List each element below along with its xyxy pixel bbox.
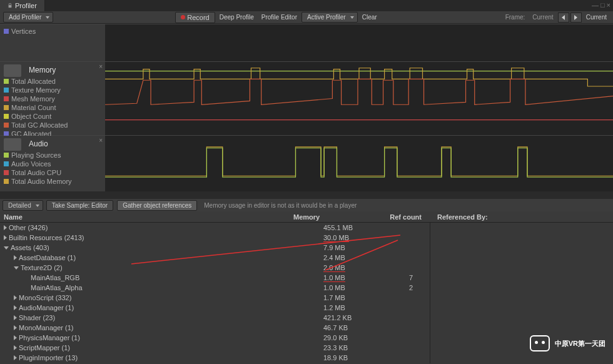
tree-row[interactable]: Shader (23)421.2 KB: [0, 313, 430, 323]
expand-icon[interactable]: [14, 266, 19, 270]
graph-top[interactable]: [105, 24, 613, 61]
swatch-icon: [4, 170, 9, 175]
legend-item: Vertices: [4, 27, 101, 36]
audio-chart: [105, 136, 613, 191]
tree-row[interactable]: PluginImporter (13)18.9 KB: [0, 353, 430, 363]
swatch-icon: [4, 153, 9, 158]
legend-item[interactable]: Texture Memory: [4, 86, 101, 94]
tree-leaf-icon: [24, 275, 29, 280]
expand-icon[interactable]: [4, 246, 9, 250]
memory-value: 1.7 MB: [323, 294, 392, 301]
tree-row[interactable]: ScriptMapper (1)23.3 KB: [0, 343, 430, 353]
legend-item[interactable]: Total Audio CPU: [4, 168, 101, 177]
close-icon[interactable]: ×: [99, 63, 103, 70]
tree-label: ScriptMapper (1): [19, 344, 70, 351]
tree-row[interactable]: Texture2D (2)2.0 MB: [0, 263, 430, 273]
expand-icon[interactable]: [14, 335, 17, 340]
window-controls[interactable]: —□×: [592, 1, 610, 9]
tree-label: Other (3426): [9, 224, 48, 231]
add-profiler-button[interactable]: Add Profiler: [3, 12, 53, 23]
memory-value: 30.0 MB: [323, 234, 392, 241]
graph-region: Vertices × Memory Total AllocatedTexture…: [0, 24, 613, 199]
legend-item[interactable]: Material Count: [4, 103, 101, 112]
column-headers: Name Memory Ref count Referenced By:: [0, 211, 613, 223]
tree-label: AudioManager (1): [19, 304, 74, 311]
main-toolbar: Add Profiler Record Deep Profile Profile…: [0, 11, 613, 24]
tree-leaf-icon: [24, 285, 29, 290]
tree-row[interactable]: AudioManager (1)1.2 MB: [0, 303, 430, 313]
tree-row[interactable]: AssetDatabase (1)2.4 MB: [0, 253, 430, 263]
expand-icon[interactable]: [14, 355, 17, 360]
tree-row[interactable]: PlayerSettings (1)14.2 KB: [0, 363, 430, 363]
tree-label: Builtin Resources (2413): [9, 234, 84, 241]
record-button[interactable]: Record: [175, 12, 215, 23]
swatch-icon: [4, 96, 9, 101]
expand-icon[interactable]: [4, 235, 7, 240]
module-memory: × Memory Total AllocatedTexture MemoryMe…: [0, 61, 613, 135]
swatch-icon: [4, 79, 9, 84]
gather-refs-button[interactable]: Gather object references: [117, 200, 197, 211]
memory-value: 2.4 MB: [323, 254, 392, 261]
editor-note: Memory usage in editor is not as it woul…: [200, 202, 360, 209]
tree-row[interactable]: MonoScript (332)1.7 MB: [0, 293, 430, 303]
frame-value: Current: [529, 14, 557, 21]
tree-row[interactable]: MonoManager (1)46.7 KB: [0, 323, 430, 333]
legend-item[interactable]: Mesh Memory: [4, 94, 101, 103]
legend-item[interactable]: Total Audio Memory: [4, 177, 101, 186]
swatch-icon: [4, 29, 9, 34]
expand-icon[interactable]: [14, 325, 17, 330]
expand-icon[interactable]: [14, 315, 17, 320]
expand-icon[interactable]: [4, 225, 7, 230]
tree-row[interactable]: MainAtlas_RGB1.0 MB7: [0, 273, 430, 283]
expand-icon[interactable]: [14, 255, 17, 260]
header-refby: Referenced By:: [422, 213, 488, 221]
take-sample-button[interactable]: Take Sample: Editor: [46, 200, 114, 211]
deep-profile-button[interactable]: Deep Profile: [216, 13, 258, 22]
tree-row[interactable]: MainAtlas_Alpha1.0 MB2: [0, 283, 430, 293]
memory-value: 46.7 KB: [323, 324, 392, 331]
tree-row[interactable]: Other (3426)455.1 MB: [0, 223, 430, 233]
legend-item[interactable]: Object Count: [4, 112, 101, 121]
module-audio-label[interactable]: × Audio Playing SourcesAudio VoicesTotal…: [0, 136, 105, 191]
tree-view[interactable]: Other (3426)455.1 MBBuiltin Resources (2…: [0, 223, 430, 363]
mode-dropdown[interactable]: Detailed: [3, 200, 43, 211]
module-memory-label[interactable]: × Memory Total AllocatedTexture MemoryMe…: [0, 62, 105, 135]
memory-value: 23.3 KB: [323, 344, 392, 351]
header-memory[interactable]: Memory: [293, 213, 362, 221]
legend-item[interactable]: Audio Voices: [4, 159, 101, 168]
tab-label: Profiler: [15, 2, 37, 9]
legend-item[interactable]: Total Allocated: [4, 77, 101, 86]
frame-label: Frame:: [502, 14, 529, 21]
expand-icon[interactable]: [14, 305, 17, 310]
active-profiler-button[interactable]: Active Profiler: [301, 12, 358, 23]
tree-row[interactable]: PhysicsManager (1)29.0 KB: [0, 333, 430, 343]
legend-item[interactable]: Playing Sources: [4, 151, 101, 159]
memory-value: 2.0 MB: [323, 264, 392, 271]
next-frame-button[interactable]: [570, 13, 582, 23]
tab-profiler[interactable]: Profiler: [0, 0, 45, 11]
tree-row[interactable]: Assets (403)7.9 MB: [0, 243, 430, 253]
current-button[interactable]: Current: [582, 13, 610, 22]
memory-value: 455.1 MB: [323, 224, 392, 231]
header-name[interactable]: Name: [4, 213, 293, 221]
header-refcount[interactable]: Ref count: [362, 213, 422, 221]
audio-title: Audio: [29, 139, 48, 148]
memory-value: 18.9 KB: [323, 354, 392, 361]
tree-label: MainAtlas_Alpha: [31, 284, 83, 291]
wechat-icon: [530, 335, 550, 351]
legend-item[interactable]: Total GC Allocated: [4, 121, 101, 129]
prev-frame-button[interactable]: [558, 13, 569, 23]
swatch-icon: [4, 123, 9, 128]
clear-button[interactable]: Clear: [358, 13, 381, 22]
expand-icon[interactable]: [14, 295, 17, 300]
chevron-left-icon: [562, 15, 565, 20]
memory-title: Memory: [29, 66, 56, 74]
swatch-icon: [4, 179, 9, 184]
swatch-icon: [4, 114, 9, 119]
close-icon[interactable]: ×: [99, 137, 103, 144]
profile-editor-button[interactable]: Profile Editor: [258, 13, 301, 22]
graph-memory[interactable]: [105, 62, 613, 135]
tree-row[interactable]: Builtin Resources (2413)30.0 MB: [0, 233, 430, 243]
expand-icon[interactable]: [14, 345, 17, 350]
graph-audio[interactable]: [105, 136, 613, 191]
